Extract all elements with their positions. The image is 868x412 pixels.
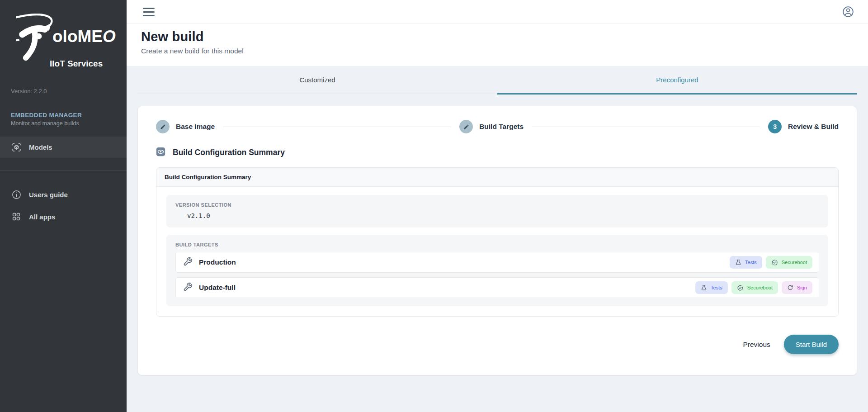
step-build-targets[interactable]: Build Targets [459,120,524,133]
tab-customized[interactable]: Customized [137,66,497,94]
version-selection-panel: VERSION SELECTION v2.1.0 [166,195,828,227]
sidebar-divider [0,170,127,171]
sidebar-item-label: Users guide [29,191,68,199]
sidebar-item-label: All apps [29,213,55,221]
section-heading-text: Build Configuration Summary [173,148,285,157]
step-number-badge: 3 [768,120,782,133]
step-base-image[interactable]: Base Image [156,120,215,133]
step-label: Review & Build [788,123,839,131]
content-area: Customized Preconfigured Base Image [127,66,868,412]
rotate-sign-icon [787,284,793,291]
secureboot-badge: Secureboot [766,256,812,269]
module-title: EMBEDDED MANAGER [11,112,116,118]
topbar [127,0,868,24]
brand-logo[interactable]: oloMEO IIoT Services [0,0,127,69]
hamburger-menu-icon[interactable] [143,6,155,18]
build-targets-panel: BUILD TARGETS Production [166,235,828,306]
build-targets-label: BUILD TARGETS [175,242,819,247]
brand-name: oloMEO [52,27,116,46]
step-label: Base Image [176,123,215,131]
target-name: Update-full [199,284,236,292]
sign-badge: Sign [782,281,812,294]
seal-check-icon [737,284,744,291]
cube-scan-icon [11,142,22,152]
sidebar: oloMEO IIoT Services Version: 2.2.0 EMBE… [0,0,127,412]
apps-grid-icon [11,212,22,222]
sidebar-item-users-guide[interactable]: Users guide [0,184,127,206]
app-root: oloMEO IIoT Services Version: 2.2.0 EMBE… [0,0,868,412]
step-label: Build Targets [479,123,524,131]
page-subtitle: Create a new build for this model [141,47,854,55]
wizard-actions: Previous Start Build [156,335,839,354]
eye-preview-icon [156,147,165,158]
wrench-icon [183,282,193,294]
secureboot-badge: Secureboot [731,281,778,294]
page-header: New build Create a new build for this mo… [127,24,868,66]
wizard-stepper: Base Image Build Targets 3 Review & Buil… [156,120,839,133]
pencil-edit-icon [156,120,170,133]
summary-card-title: Build Configuration Summary [156,168,838,187]
info-circle-icon [11,189,22,200]
page-title: New build [141,29,854,44]
app-version: Version: 2.2.0 [0,88,127,95]
start-build-button[interactable]: Start Build [784,335,839,354]
step-review-build[interactable]: 3 Review & Build [768,120,839,133]
sidebar-item-all-apps[interactable]: All apps [0,206,127,227]
wrench-icon [183,257,193,268]
user-account-icon[interactable] [842,5,854,18]
tab-preconfigured[interactable]: Preconfigured [497,66,857,94]
flask-icon [735,259,741,265]
brand-subtitle: IIoT Services [50,59,127,69]
step-connector [532,127,760,127]
selected-version-value: v2.1.0 [175,212,819,219]
main-area: New build Create a new build for this mo… [127,0,868,412]
sidebar-item-label: Models [29,143,52,151]
previous-button[interactable]: Previous [743,341,770,349]
tests-badge: Tests [730,256,762,269]
seal-check-icon [771,259,778,266]
summary-section-heading: Build Configuration Summary [156,147,839,158]
version-selection-label: VERSION SELECTION [175,202,819,208]
pencil-edit-icon [459,120,473,133]
module-description: Monitor and manage builds [11,120,116,127]
sidebar-nav: Models [0,137,127,158]
sidebar-item-models[interactable]: Models [0,137,127,158]
step-connector [223,127,451,127]
build-configuration-summary-card: Build Configuration Summary VERSION SELE… [156,167,839,317]
tab-bar: Customized Preconfigured [137,66,857,94]
target-name: Production [199,258,236,266]
target-row-production: Production Tests Secureboot [175,252,819,273]
flask-icon [701,284,707,291]
sidebar-footer-nav: Users guide All apps [0,184,127,227]
build-wizard-card: Base Image Build Targets 3 Review & Buil… [137,106,857,375]
tests-badge: Tests [695,281,728,294]
tolomeo-swoosh-t-glyph-icon [16,14,55,62]
target-row-update-full: Update-full Tests Secureboot [175,277,819,298]
